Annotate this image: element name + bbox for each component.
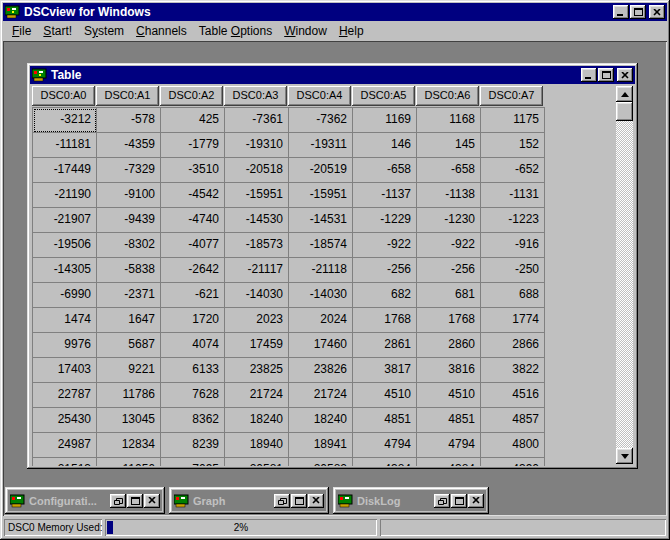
table-cell[interactable]: -9100	[97, 183, 161, 208]
column-header[interactable]: DSC0:A6	[416, 86, 479, 106]
table-cell[interactable]: -922	[353, 233, 417, 258]
table-cell[interactable]: -1223	[481, 208, 545, 233]
table-cell[interactable]: 1647	[97, 308, 161, 333]
minimized-window-configuration[interactable]: Configurati...	[5, 487, 165, 514]
table-cell[interactable]: -256	[353, 258, 417, 283]
table-cell[interactable]: 4516	[481, 383, 545, 408]
table-cell[interactable]: -2642	[161, 258, 225, 283]
table-cell[interactable]: 4800	[481, 433, 545, 458]
column-header[interactable]: DSC0:A0	[32, 86, 95, 106]
table-cell[interactable]: 4510	[353, 383, 417, 408]
table-cell[interactable]: -20518	[225, 158, 289, 183]
table-cell[interactable]: -18574	[289, 233, 353, 258]
table-cell[interactable]: 4794	[417, 433, 481, 458]
table-cell[interactable]: 18940	[225, 433, 289, 458]
restore-button[interactable]	[274, 494, 290, 508]
table-cell[interactable]: 8362	[161, 408, 225, 433]
table-cell[interactable]: 2023	[225, 308, 289, 333]
restore-button[interactable]	[110, 494, 126, 508]
table-cell[interactable]: 1169	[353, 108, 417, 133]
minimized-window-disklog[interactable]: DiskLog	[333, 487, 489, 514]
table-cell[interactable]: 11056	[97, 458, 161, 466]
menu-file[interactable]: File	[6, 22, 37, 40]
menu-window[interactable]: Window	[278, 22, 333, 40]
table-cell[interactable]: 25430	[33, 408, 97, 433]
table-cell[interactable]: -7362	[289, 108, 353, 133]
table-cell[interactable]: 1720	[161, 308, 225, 333]
table-cell[interactable]: 1768	[417, 308, 481, 333]
menu-start[interactable]: Start!	[37, 22, 78, 40]
column-header[interactable]: DSC0:A3	[224, 86, 287, 106]
table-cell[interactable]: -11181	[33, 133, 97, 158]
table-cell[interactable]: -15951	[289, 183, 353, 208]
maximize-button[interactable]	[291, 494, 307, 508]
table-cell[interactable]: 23826	[289, 358, 353, 383]
table-cell[interactable]: -1230	[417, 208, 481, 233]
table-cell[interactable]: 2866	[481, 333, 545, 358]
table-cell[interactable]: 4851	[353, 408, 417, 433]
close-button[interactable]	[144, 494, 160, 508]
table-cell[interactable]: -15951	[225, 183, 289, 208]
table-cell[interactable]: -14030	[289, 283, 353, 308]
table-cell[interactable]: -5838	[97, 258, 161, 283]
table-cell[interactable]: 12834	[97, 433, 161, 458]
maximize-button[interactable]	[127, 494, 143, 508]
table-cell[interactable]: 18240	[225, 408, 289, 433]
table-cell[interactable]: -1229	[353, 208, 417, 233]
maximize-button[interactable]	[630, 5, 646, 19]
table-cell[interactable]: 681	[417, 283, 481, 308]
table-cell[interactable]: 20581	[225, 458, 289, 466]
table-cell[interactable]: 18941	[289, 433, 353, 458]
table-cell[interactable]: 2860	[417, 333, 481, 358]
table-cell[interactable]: -3510	[161, 158, 225, 183]
table-cell[interactable]: 18240	[289, 408, 353, 433]
table-cell[interactable]: 152	[481, 133, 545, 158]
vertical-scrollbar[interactable]	[616, 86, 633, 464]
scroll-down-button[interactable]	[616, 448, 633, 464]
table-cell[interactable]: 3816	[417, 358, 481, 383]
table-cell[interactable]: -3212	[33, 108, 97, 133]
close-button[interactable]	[308, 494, 324, 508]
table-cell[interactable]: -20519	[289, 158, 353, 183]
table-cell[interactable]: 9976	[33, 333, 97, 358]
table-cell[interactable]: 2024	[289, 308, 353, 333]
table-cell[interactable]: -658	[417, 158, 481, 183]
table-cell[interactable]: 146	[353, 133, 417, 158]
column-header[interactable]: DSC0:A5	[352, 86, 415, 106]
table-cell[interactable]: -256	[417, 258, 481, 283]
table-cell[interactable]: 4074	[161, 333, 225, 358]
close-button[interactable]	[649, 5, 665, 19]
table-cell[interactable]: 24987	[33, 433, 97, 458]
table-cell[interactable]: -19311	[289, 133, 353, 158]
scroll-up-button[interactable]	[616, 86, 633, 102]
table-cell[interactable]: 1474	[33, 308, 97, 333]
table-cell[interactable]: -9439	[97, 208, 161, 233]
table-cell[interactable]: -658	[353, 158, 417, 183]
table-cell[interactable]: -7361	[225, 108, 289, 133]
table-cell[interactable]: 688	[481, 283, 545, 308]
menu-table-options[interactable]: Table Options	[193, 22, 278, 40]
table-cell[interactable]: -21190	[33, 183, 97, 208]
menu-help[interactable]: Help	[333, 22, 370, 40]
table-cell[interactable]: 3817	[353, 358, 417, 383]
menu-system[interactable]: System	[78, 22, 130, 40]
table-cell[interactable]: 8239	[161, 433, 225, 458]
table-cell[interactable]: 21724	[289, 383, 353, 408]
table-cell[interactable]: 425	[161, 108, 225, 133]
table-cell[interactable]: 4851	[417, 408, 481, 433]
minimize-button[interactable]	[581, 68, 597, 82]
table-cell[interactable]: -19506	[33, 233, 97, 258]
table-cell[interactable]: -922	[417, 233, 481, 258]
table-cell[interactable]: -14531	[289, 208, 353, 233]
table-cell[interactable]: -916	[481, 233, 545, 258]
table-cell[interactable]: 682	[353, 283, 417, 308]
table-cell[interactable]: 4857	[481, 408, 545, 433]
scrollbar-track[interactable]	[616, 121, 633, 448]
table-cell[interactable]: -578	[97, 108, 161, 133]
table-window-titlebar[interactable]: Table	[30, 66, 635, 84]
table-cell[interactable]: 17459	[225, 333, 289, 358]
table-cell[interactable]: 4510	[417, 383, 481, 408]
table-cell[interactable]: 20582	[289, 458, 353, 466]
table-cell[interactable]: -1779	[161, 133, 225, 158]
table-cell[interactable]: -4542	[161, 183, 225, 208]
